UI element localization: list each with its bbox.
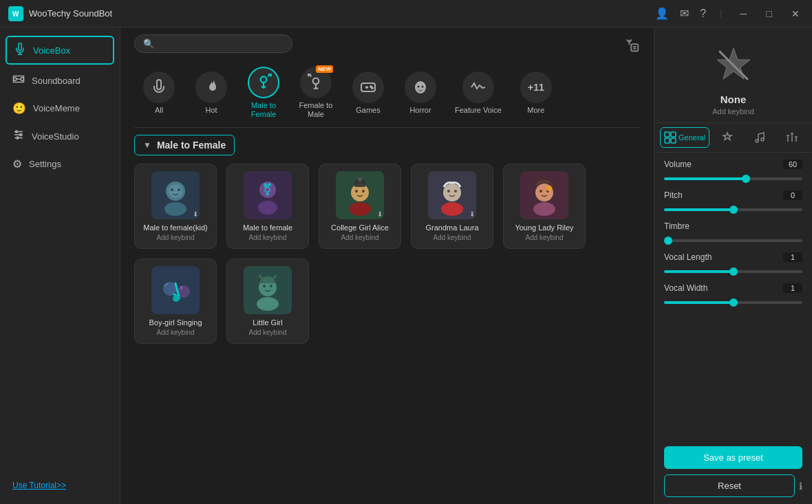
content-header: 🔍 All bbox=[120, 28, 654, 128]
timbre-slider[interactable] bbox=[664, 239, 802, 242]
voice-avatar-3: ⬇ bbox=[336, 171, 384, 219]
category-male-to-female[interactable]: Male toFemale bbox=[239, 64, 288, 122]
tab-music[interactable] bbox=[745, 128, 774, 147]
vocal-width-slider[interactable] bbox=[664, 301, 802, 304]
category-more-icon: +11 bbox=[520, 72, 552, 103]
vocal-width-value: 1 bbox=[783, 283, 802, 293]
vocal-length-control: Vocal Length 1 bbox=[664, 252, 802, 275]
svg-text:W: W bbox=[12, 10, 19, 18]
timbre-label: Timbre bbox=[664, 221, 690, 231]
reset-button[interactable]: Reset bbox=[664, 474, 795, 497]
right-tabs: General bbox=[654, 123, 812, 153]
search-input[interactable] bbox=[158, 39, 284, 49]
preset-display: None Add keybind bbox=[654, 28, 812, 123]
svg-point-33 bbox=[355, 190, 358, 193]
timbre-control: Timbre bbox=[664, 221, 802, 244]
use-tutorial-link[interactable]: Use Tutorial>> bbox=[12, 481, 66, 490]
mail-icon[interactable]: ✉ bbox=[680, 7, 689, 20]
voice-card-4[interactable]: ⬇ Grandma Laura Add keybind bbox=[411, 164, 493, 249]
category-more[interactable]: +11 More bbox=[511, 69, 561, 118]
svg-point-14 bbox=[313, 78, 319, 85]
voice-name-2: Male to female bbox=[243, 223, 292, 232]
svg-text:♂: ♂ bbox=[163, 281, 169, 289]
new-badge: NEW bbox=[316, 65, 333, 73]
reset-info-icon[interactable]: ℹ bbox=[799, 481, 802, 492]
sidebar-voicestudio-label: VoiceStudio bbox=[32, 131, 79, 142]
vocal-width-control: Vocal Width 1 bbox=[664, 283, 802, 306]
voicebox-icon bbox=[14, 43, 26, 58]
category-games[interactable]: Games bbox=[343, 69, 393, 118]
search-bar[interactable]: 🔍 bbox=[134, 34, 292, 53]
save-preset-button[interactable]: Save as preset bbox=[664, 446, 802, 469]
category-games-icon bbox=[352, 72, 384, 103]
right-buttons: Save as preset Reset ℹ bbox=[654, 439, 812, 504]
svg-rect-55 bbox=[665, 132, 670, 137]
voice-card-6[interactable]: ♂♀ Boy-girl Singing Add keybind bbox=[134, 259, 217, 344]
tab-effects[interactable] bbox=[712, 128, 742, 147]
vocal-length-label: Vocal Length bbox=[664, 252, 712, 262]
close-button[interactable]: ✕ bbox=[787, 7, 804, 21]
voice-name-5: Young Lady Riley bbox=[515, 223, 573, 232]
user-icon[interactable]: 👤 bbox=[655, 7, 669, 20]
voice-keybind-5[interactable]: Add keybind bbox=[525, 234, 563, 241]
voice-keybind-1[interactable]: Add keybind bbox=[156, 234, 194, 241]
voice-card-1[interactable]: ⬇ Male to female(kid) Add keybind bbox=[134, 164, 217, 249]
sidebar-item-voicememe[interactable]: 🙂 VoiceMeme bbox=[0, 95, 120, 122]
voice-content: ▼ Male to Female ⬇ Male to female(kid) A… bbox=[120, 128, 654, 504]
vocal-length-slider[interactable] bbox=[664, 270, 802, 273]
category-horror[interactable]: Horror bbox=[396, 69, 445, 118]
pitch-slider[interactable] bbox=[664, 208, 802, 211]
voice-keybind-3[interactable]: Add keybind bbox=[341, 234, 378, 241]
main-content: 🔍 All bbox=[120, 28, 654, 504]
volume-slider[interactable] bbox=[664, 177, 802, 180]
svg-point-40 bbox=[533, 202, 555, 216]
voice-card-7[interactable]: Little Girl Add keybind bbox=[226, 259, 309, 344]
titlebar-left: W WooTechy SoundBot bbox=[8, 6, 112, 21]
voice-card-2[interactable]: ⚧ Male to female Add keybind bbox=[226, 164, 309, 249]
download-icon-3: ⬇ bbox=[377, 210, 383, 218]
minimize-button[interactable]: ─ bbox=[736, 7, 751, 21]
vocal-width-label: Vocal Width bbox=[664, 283, 707, 293]
voicestudio-icon bbox=[12, 129, 25, 144]
voice-name-3: College Girl Alice bbox=[331, 223, 389, 232]
svg-point-22 bbox=[169, 184, 182, 198]
preset-keybind[interactable]: Add keybind bbox=[712, 107, 754, 116]
voice-avatar-1: ⬇ bbox=[151, 171, 200, 219]
svg-point-34 bbox=[362, 190, 365, 193]
sidebar-item-soundboard[interactable]: Soundboard bbox=[0, 66, 120, 95]
titlebar-controls: 👤 ✉ ? | ─ □ ✕ bbox=[655, 7, 804, 21]
voice-keybind-7[interactable]: Add keybind bbox=[248, 329, 286, 336]
sidebar-item-settings[interactable]: ⚙ Settings bbox=[0, 151, 120, 177]
voice-card-3[interactable]: ⬇ College Girl Alice Add keybind bbox=[319, 164, 401, 249]
voice-avatar-5 bbox=[520, 171, 568, 219]
maximize-button[interactable]: □ bbox=[762, 7, 776, 21]
app-body: VoiceBox Soundboard 🙂 VoiceMeme VoiceStu… bbox=[0, 28, 812, 504]
sidebar-item-voicestudio[interactable]: VoiceStudio bbox=[0, 122, 120, 151]
voice-keybind-4[interactable]: Add keybind bbox=[433, 234, 471, 241]
tab-general[interactable]: General bbox=[660, 127, 709, 148]
voice-avatar-7 bbox=[244, 266, 292, 314]
random-icon[interactable] bbox=[625, 38, 640, 56]
svg-point-43 bbox=[546, 186, 552, 191]
svg-text:♀: ♀ bbox=[178, 283, 184, 292]
svg-point-17 bbox=[372, 87, 373, 89]
reset-row: Reset ℹ bbox=[664, 474, 802, 497]
vocal-length-value: 1 bbox=[783, 252, 802, 262]
download-icon-1: ⬇ bbox=[193, 210, 198, 218]
help-icon[interactable]: ? bbox=[700, 8, 706, 20]
volume-label: Volume bbox=[664, 160, 692, 169]
voice-keybind-6[interactable]: Add keybind bbox=[156, 329, 194, 336]
app-title: WooTechy SoundBot bbox=[29, 8, 112, 19]
voice-keybind-2[interactable]: Add keybind bbox=[248, 234, 286, 241]
category-feature-voice[interactable]: Feature Voice bbox=[448, 69, 509, 118]
category-hot[interactable]: Hot bbox=[186, 69, 236, 118]
volume-control: Volume 60 bbox=[664, 160, 802, 182]
voice-card-5[interactable]: Young Lady Riley Add keybind bbox=[503, 164, 586, 249]
category-all[interactable]: All bbox=[134, 69, 184, 118]
tab-equalizer[interactable] bbox=[777, 128, 806, 147]
sidebar-item-voicebox[interactable]: VoiceBox bbox=[6, 36, 114, 65]
tab-general-label: General bbox=[679, 133, 705, 142]
category-female-to-male[interactable]: NEW Female toMale bbox=[291, 64, 341, 122]
svg-rect-57 bbox=[665, 138, 670, 143]
right-panel: None Add keybind General Volu bbox=[654, 28, 812, 504]
